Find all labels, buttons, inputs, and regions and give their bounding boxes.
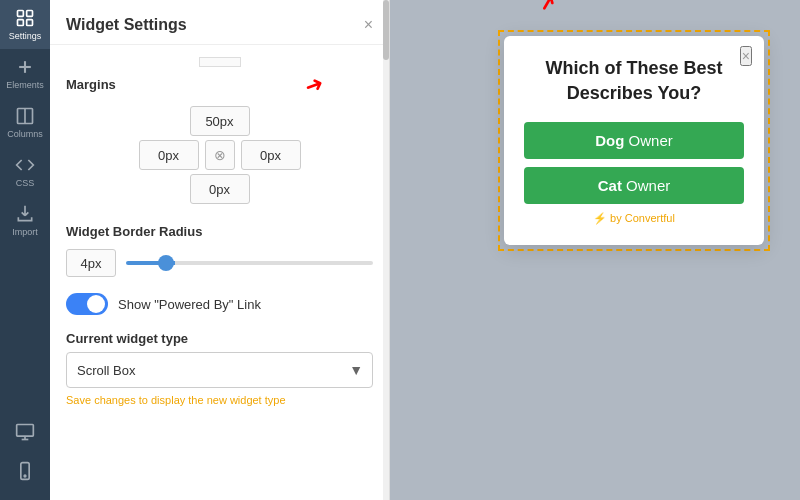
margins-container: ➜ ⊗ bbox=[66, 102, 373, 208]
sidebar-item-import[interactable]: Import bbox=[0, 196, 50, 245]
slider-thumb bbox=[158, 255, 174, 271]
widget-type-label: Current widget type bbox=[66, 331, 373, 346]
panel-close-button[interactable]: × bbox=[364, 16, 373, 34]
sidebar-item-css[interactable]: CSS bbox=[0, 147, 50, 196]
panel-scrollbar-thumb bbox=[383, 0, 389, 60]
sidebar-item-mobile[interactable] bbox=[0, 453, 50, 492]
lightning-icon: ⚡ bbox=[593, 212, 607, 224]
svg-rect-2 bbox=[18, 20, 24, 26]
panel-header: Widget Settings × bbox=[50, 0, 389, 45]
margins-label: Margins bbox=[66, 77, 373, 92]
top-partial-box bbox=[199, 57, 241, 67]
settings-panel: Widget Settings × Margins ➜ ⊗ bbox=[50, 0, 390, 500]
margin-right-input[interactable] bbox=[241, 140, 301, 170]
cat-owner-button[interactable]: Cat Owner bbox=[524, 167, 744, 204]
widget-close-button[interactable]: × bbox=[740, 46, 752, 66]
sidebar-item-elements-label: Elements bbox=[6, 80, 44, 90]
margin-link-icon[interactable]: ⊗ bbox=[205, 140, 235, 170]
toggle-row: Show "Powered By" Link bbox=[66, 293, 373, 315]
dog-rest-text: Owner bbox=[624, 132, 672, 149]
radius-row bbox=[66, 249, 373, 277]
border-radius-label: Widget Border Radius bbox=[66, 224, 373, 239]
margin-top-row bbox=[190, 106, 250, 136]
panel-scrollbar[interactable] bbox=[383, 0, 389, 500]
border-radius-slider[interactable] bbox=[126, 261, 373, 265]
svg-rect-8 bbox=[17, 425, 34, 437]
widget-type-dropdown[interactable]: Scroll Box Popup Bar Inline ▼ bbox=[66, 352, 373, 388]
margin-left-input[interactable] bbox=[139, 140, 199, 170]
sidebar-item-desktop[interactable] bbox=[0, 414, 50, 453]
margin-top-input[interactable] bbox=[190, 106, 250, 136]
dog-bold-text: Dog bbox=[595, 132, 624, 149]
svg-rect-1 bbox=[27, 11, 33, 17]
widget-title: Which of These Best Describes You? bbox=[524, 56, 744, 106]
footer-text: by Convertful bbox=[610, 212, 675, 224]
powered-by-toggle[interactable] bbox=[66, 293, 108, 315]
panel-title: Widget Settings bbox=[66, 16, 187, 34]
arrow-indicator: ➜ bbox=[301, 70, 327, 101]
sidebar-item-settings-label: Settings bbox=[9, 31, 42, 41]
sidebar-item-columns-label: Columns bbox=[7, 129, 43, 139]
preview-arrow-icon: ➜ bbox=[531, 0, 563, 17]
sidebar-item-columns[interactable]: Columns bbox=[0, 98, 50, 147]
sidebar-item-css-label: CSS bbox=[16, 178, 35, 188]
panel-content: Margins ➜ ⊗ Widget Border Radius bbox=[50, 45, 389, 500]
border-radius-input[interactable] bbox=[66, 249, 116, 277]
svg-rect-0 bbox=[18, 11, 24, 17]
margin-bottom-row bbox=[190, 174, 250, 204]
widget-type-select[interactable]: Scroll Box Popup Bar Inline bbox=[66, 352, 373, 388]
dog-owner-button[interactable]: Dog Owner bbox=[524, 122, 744, 159]
margin-middle-row: ⊗ bbox=[139, 140, 301, 170]
margin-bottom-input[interactable] bbox=[190, 174, 250, 204]
widget-type-section: Current widget type Scroll Box Popup Bar… bbox=[66, 331, 373, 406]
svg-point-12 bbox=[24, 475, 26, 477]
sidebar-item-import-label: Import bbox=[12, 227, 38, 237]
sidebar-item-elements[interactable]: Elements bbox=[0, 49, 50, 98]
cat-rest-text: Owner bbox=[622, 177, 670, 194]
sidebar: Settings Elements Columns CSS Import bbox=[0, 0, 50, 500]
svg-rect-3 bbox=[27, 20, 33, 26]
widget-preview-wrapper: × Which of These Best Describes You? Dog… bbox=[498, 30, 770, 251]
preview-area: ➜ × Which of These Best Describes You? D… bbox=[390, 0, 800, 500]
border-radius-section: Widget Border Radius bbox=[66, 224, 373, 277]
toggle-thumb bbox=[87, 295, 105, 313]
preview-wrapper-outer: ➜ × Which of These Best Describes You? D… bbox=[498, 20, 770, 251]
widget-footer: ⚡by Convertful bbox=[524, 212, 744, 225]
toggle-label: Show "Powered By" Link bbox=[118, 297, 261, 312]
widget-card: × Which of These Best Describes You? Dog… bbox=[504, 36, 764, 245]
sidebar-item-settings[interactable]: Settings bbox=[0, 0, 50, 49]
top-partial bbox=[66, 57, 373, 67]
cat-bold-text: Cat bbox=[598, 177, 622, 194]
save-hint: Save changes to display the new widget t… bbox=[66, 394, 373, 406]
